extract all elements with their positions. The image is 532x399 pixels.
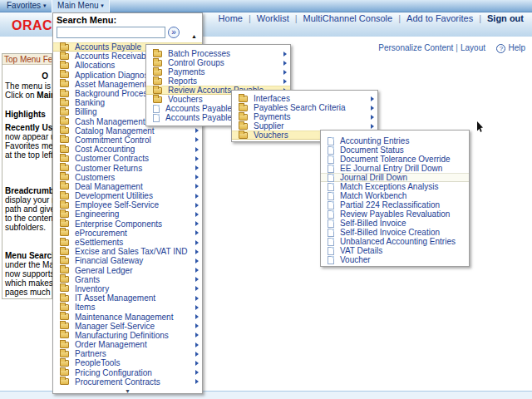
menu-item-label: eSettlements [75,238,123,247]
menu-item-development-utilities[interactable]: Development Utilities [53,191,202,200]
folder-icon [60,146,69,153]
menu-item-employee-self-service[interactable]: Employee Self-Service [53,200,202,209]
search-input[interactable] [57,27,165,38]
menu-item-label: Unbalanced Accounting Entries [340,237,456,246]
menu-item-it-asset-management[interactable]: IT Asset Management [53,293,202,303]
personalize-content-link[interactable]: Personalize Content [378,43,453,52]
menu-item-financial-gateway[interactable]: Financial Gateway [53,256,202,265]
menu-item-procurement-contracts[interactable]: Procurement Contracts [53,377,202,387]
multichannel-console-link[interactable]: MultiChannel Console [303,13,393,23]
menu-item-journal-drill-down[interactable]: Journal Drill Down [321,173,469,182]
folder-icon [60,100,69,106]
folder-icon [60,127,69,134]
menu-item-label: Cash Management [75,117,145,126]
menu-item-document-tolerance-override[interactable]: Document Tolerance Override [321,155,469,164]
menu-item-inventory[interactable]: Inventory [53,284,202,293]
menu-item-control-groups[interactable]: Control Groups [146,58,290,67]
menu-item-items[interactable]: Items [53,303,202,312]
folder-icon [60,193,69,200]
menu-item-customer-returns[interactable]: Customer Returns [53,163,202,172]
menu-item-customers[interactable]: Customers [53,173,202,182]
scroll-down-arrow[interactable]: ▼ [53,388,202,394]
add-to-favorites-link[interactable]: Add to Favorites [406,13,473,23]
menu-item-manager-self-service[interactable]: Manager Self-Service [53,322,202,331]
menu-item-eprocurement[interactable]: eProcurement [53,229,202,238]
menu-item-manufacturing-definitions[interactable]: Manufacturing Definitions [53,331,202,340]
menu-item-payables-search-criteria[interactable]: Payables Search Criteria [232,103,377,112]
menu-item-general-ledger[interactable]: General Ledger [53,266,202,275]
menu-item-label: Vouchers [168,95,203,104]
folder-icon [60,249,69,255]
menu-item-payments[interactable]: Payments [146,67,290,76]
document-icon [328,229,334,237]
menu-item-voucher[interactable]: Voucher [321,255,469,264]
document-icon [328,192,334,200]
menu-item-ee-journal-entry-drill-down[interactable]: EE Journal Entry Drill Down [321,164,469,173]
menu-item-match-exceptions-analysis[interactable]: Match Exceptions Analysis [321,182,469,191]
menu-item-pricing-configuration[interactable]: Pricing Configuration [53,368,202,377]
menu-item-reports[interactable]: Reports [146,76,290,86]
document-icon [328,183,334,191]
folder-icon [60,91,69,97]
menu-item-engineering[interactable]: Engineering [53,209,202,219]
menu-item-order-management[interactable]: Order Management [53,340,202,349]
menu-item-self-billed-invoice[interactable]: Self-Billed Invoice [321,219,469,228]
document-icon [328,219,334,228]
layout-link[interactable]: Layout [461,43,485,52]
home-link[interactable]: Home [219,13,243,23]
folder-icon [153,96,162,103]
chevron-down-icon: ▾ [101,2,104,8]
menu-item-batch-processes[interactable]: Batch Processes [146,49,290,58]
link-separator: | [289,13,303,23]
menu-item-enterprise-components[interactable]: Enterprise Components [53,219,202,229]
menu-item-label: Payables Search Criteria [254,103,346,112]
menu-item-label: Document Tolerance Override [340,155,451,164]
submenu-arrow-icon [195,305,199,310]
menu-item-label: Inventory [75,284,109,293]
menu-item-deal-management[interactable]: Deal Management [53,182,202,191]
menu-item-vat-details[interactable]: VAT Details [321,246,469,255]
worklist-link[interactable]: Worklist [257,13,289,23]
menu-item-excise-and-sales-tax-vat-ind[interactable]: Excise and Sales Tax/VAT IND [53,247,202,256]
help-icon: ? [496,44,505,53]
menu-item-unbalanced-accounting-entries[interactable]: Unbalanced Accounting Entries [321,237,469,246]
menu-item-cost-accounting[interactable]: Cost Accounting [53,145,202,154]
menu-item-label: Self-Billed Invoice Creation [340,228,440,237]
submenu-arrow-icon [195,277,199,282]
help-control[interactable]: ?Help [496,43,525,53]
menu-item-label: Cost Accounting [75,145,135,154]
menu-item-label: Excise and Sales Tax/VAT IND [75,247,187,256]
pagelet-text-line: Favorites menu [5,141,52,150]
pagelet-body: O The menu is no Click on Main M Highlig… [2,65,52,297]
folder-icon [60,239,69,246]
menu-item-grants[interactable]: Grants [53,275,202,284]
search-submit-button[interactable]: » [168,27,180,38]
scroll-up-arrow[interactable]: ▲ [191,33,197,39]
menu-item-label: Partners [75,349,106,358]
sign-out-link[interactable]: Sign out [487,13,524,23]
menu-item-maintenance-management[interactable]: Maintenance Management [53,312,202,321]
menu-item-document-status[interactable]: Document Status [321,145,469,155]
menu-item-commitment-control[interactable]: Commitment Control [53,135,202,145]
menu-item-esettlements[interactable]: eSettlements [53,238,202,247]
menu-item-payments[interactable]: Payments [232,112,377,121]
menu-item-partial-224-reclassification[interactable]: Partial 224 Reclassification [321,200,469,209]
submenu-arrow-icon [195,230,199,235]
menu-item-match-workbench[interactable]: Match Workbench [321,191,469,200]
menu-item-customer-contracts[interactable]: Customer Contracts [53,154,202,163]
menu-item-catalog-management[interactable]: Catalog Management [53,126,202,135]
menu-item-self-billed-invoice-creation[interactable]: Self-Billed Invoice Creation [321,228,469,237]
top-nav-bar: Favorites ▾ Main Menu ▾ [0,0,532,12]
main-menu-tab[interactable]: Main Menu ▾ [52,0,110,12]
pagelet-text-line: now supports t [5,269,52,278]
document-icon [153,105,160,113]
menu-item-review-payables-revaluation[interactable]: Review Payables Revaluation [321,209,469,219]
folder-icon [60,332,69,338]
submenu-arrow-icon [371,96,374,101]
menu-item-peopletools[interactable]: PeopleTools [53,358,202,367]
favorites-menu[interactable]: Favorites ▾ [7,1,46,10]
folder-icon [239,123,248,130]
menu-item-interfaces[interactable]: Interfaces [232,94,377,103]
menu-item-accounting-entries[interactable]: Accounting Entries [321,136,469,145]
menu-item-partners[interactable]: Partners [53,349,202,358]
